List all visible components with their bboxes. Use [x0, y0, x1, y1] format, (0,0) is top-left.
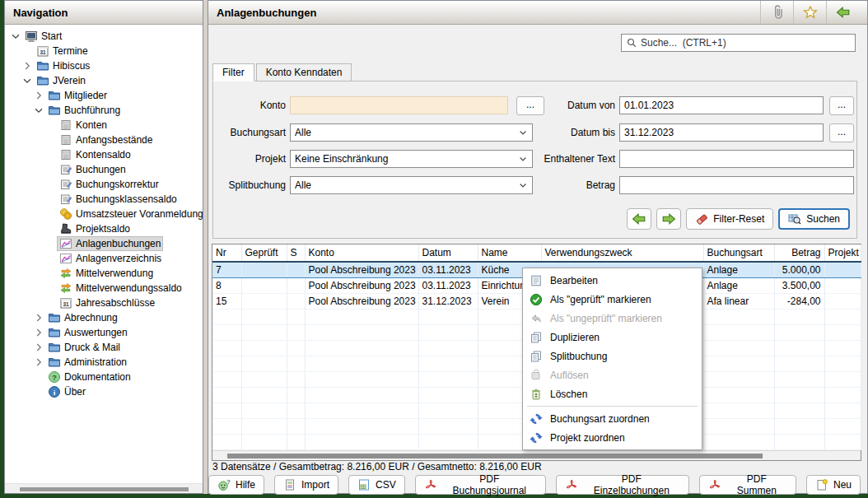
- arrow-right-icon: [661, 212, 676, 226]
- nav-item-label: Mitglieder: [64, 90, 107, 101]
- column-header-verwendungszweck[interactable]: Verwendungszweck: [541, 244, 703, 262]
- nav-item-label: Termine: [53, 45, 88, 57]
- expand-icon[interactable]: [33, 327, 46, 338]
- column-header-nr[interactable]: Nr: [212, 244, 241, 262]
- nav-item-jahresabschl-sse[interactable]: 31Jahresabschlüsse: [5, 296, 203, 310]
- column-header-datum[interactable]: Datum: [418, 244, 478, 262]
- back-arrow-button[interactable]: [826, 1, 859, 24]
- nav-tree: Start31TermineHibiscusJVereinMitgliederB…: [5, 25, 203, 483]
- expand-icon[interactable]: [33, 90, 46, 101]
- previous-period-button[interactable]: [627, 208, 651, 230]
- buchungsart-select[interactable]: Alle: [290, 123, 533, 142]
- tab-filter[interactable]: Filter: [212, 63, 254, 81]
- paperclip-button[interactable]: [760, 1, 793, 24]
- tab-strip: Filter Konto Kenndaten: [212, 63, 353, 81]
- expand-icon[interactable]: [21, 60, 35, 72]
- pdf-summen-button[interactable]: PDF Summen: [699, 475, 796, 495]
- menu-item-als-ungepr-ft-markieren: Als "ungeprüft" markieren: [523, 309, 702, 328]
- nav-item-anlagenverzeichnis[interactable]: Anlagenverzeichnis: [5, 251, 203, 266]
- column-header-buchungsart[interactable]: Buchungsart: [703, 244, 774, 262]
- menu-item-buchungsart-zuordnen[interactable]: Buchungsart zuordnen: [523, 409, 702, 428]
- csv-button[interactable]: CSV: [348, 475, 405, 495]
- splitbuchung-select[interactable]: Alle: [290, 176, 533, 194]
- nav-horizontal-scrollbar[interactable]: [5, 483, 203, 493]
- datum-von-input[interactable]: [624, 100, 819, 111]
- menu-item-als-gepr-ft-markieren[interactable]: Als "geprüft" markieren: [523, 290, 702, 309]
- monitor-icon: [25, 30, 38, 43]
- nav-item-hibiscus[interactable]: Hibiscus: [5, 58, 203, 73]
- nav-item-dokumentation[interactable]: ?Dokumentation: [5, 370, 203, 384]
- column-header-name[interactable]: Name: [478, 244, 541, 262]
- nav-item-mittelverwendung[interactable]: Mittelverwendung: [5, 266, 203, 281]
- hilfe-button[interactable]: ?Hilfe: [208, 475, 264, 495]
- nav-item-abrechnung[interactable]: Abrechnung: [5, 310, 203, 325]
- datum-von-browse-button[interactable]: ...: [829, 96, 854, 115]
- search-input[interactable]: [641, 37, 851, 49]
- nav-item-buchungskorrektur[interactable]: Buchungskorrektur: [5, 177, 203, 192]
- menu-item-projekt-zuordnen[interactable]: Projekt zuordnen: [523, 428, 702, 447]
- nav-item-kontensaldo[interactable]: Kontensaldo: [5, 147, 203, 162]
- nav-item-label: Anlagenbuchungen: [76, 238, 161, 249]
- next-period-button[interactable]: [656, 208, 681, 230]
- nav-item-termine[interactable]: 31Termine: [5, 44, 203, 58]
- datum-bis-label: Datum bis: [537, 123, 615, 142]
- nav-item-druck-mail[interactable]: Druck & Mail: [5, 340, 203, 355]
- nav-item-jverein[interactable]: JVerein: [5, 73, 203, 88]
- column-header-gepr-ft[interactable]: Geprüft: [241, 244, 287, 262]
- nav-item-mittelverwendungssaldo[interactable]: Mittelverwendungssaldo: [5, 281, 203, 296]
- import-button[interactable]: Import: [274, 475, 338, 495]
- menu-item-splitbuchung[interactable]: Splitbuchung: [523, 347, 702, 365]
- konto-field-wrap: [290, 96, 508, 114]
- collapse-icon[interactable]: [21, 75, 35, 86]
- table-scrollbar-thumb[interactable]: [227, 454, 763, 458]
- datum-bis-input[interactable]: [624, 127, 819, 138]
- menu-item-l-schen[interactable]: Löschen: [523, 384, 702, 403]
- nav-item-mitglieder[interactable]: Mitglieder: [5, 88, 203, 103]
- table-horizontal-scrollbar[interactable]: [212, 450, 861, 460]
- konto-input[interactable]: [295, 100, 503, 111]
- expand-icon[interactable]: [33, 342, 46, 353]
- nav-item-buchungen[interactable]: Buchungen: [5, 162, 203, 177]
- help-icon: ?: [48, 370, 61, 384]
- nav-item-anlagenbuchungen[interactable]: Anlagenbuchungen: [5, 236, 203, 251]
- svg-text:31: 31: [63, 301, 69, 307]
- expand-icon[interactable]: [33, 312, 46, 323]
- nav-item-administration[interactable]: Administration: [5, 355, 203, 370]
- nav-item-anfangsbest-nde[interactable]: Anfangsbestände: [5, 133, 203, 147]
- suchen-button[interactable]: Suchen: [778, 208, 850, 230]
- nav-item-konten[interactable]: Konten: [5, 118, 203, 133]
- betrag-input[interactable]: [624, 179, 849, 191]
- neu-button[interactable]: Neu: [806, 475, 861, 495]
- enthaltener-text-input[interactable]: [624, 153, 849, 165]
- nav-item-buchungsklassensaldo[interactable]: Buchungsklassensaldo: [5, 192, 203, 207]
- nav-item-auswertungen[interactable]: Auswertungen: [5, 325, 203, 340]
- filter-reset-button[interactable]: Filter-Reset: [686, 208, 773, 230]
- nav-scrollbar-thumb[interactable]: [20, 487, 189, 491]
- new-icon: [815, 478, 828, 491]
- menu-item-bearbeiten[interactable]: Bearbeiten: [523, 271, 702, 290]
- column-header-projekt[interactable]: Projekt: [824, 244, 861, 262]
- nav-item-ber[interactable]: iÜber: [5, 384, 203, 399]
- projekt-select[interactable]: Keine Einschränkung: [290, 150, 533, 168]
- menu-item-duplizieren[interactable]: Duplizieren: [523, 328, 702, 347]
- column-header-konto[interactable]: Konto: [305, 244, 418, 262]
- pdf-einzelbuchungen-button[interactable]: PDF Einzelbuchungen: [556, 475, 689, 495]
- collapse-icon[interactable]: [33, 105, 46, 116]
- paperclip-icon: [770, 5, 785, 20]
- column-header-s[interactable]: S: [287, 244, 305, 262]
- column-header-betrag[interactable]: Betrag: [774, 244, 824, 262]
- tab-konto-kenndaten[interactable]: Konto Kenndaten: [256, 63, 352, 81]
- boot-icon: [59, 222, 72, 235]
- datum-bis-browse-button[interactable]: ...: [829, 123, 854, 142]
- nav-item-projektsaldo[interactable]: Projektsaldo: [5, 221, 203, 236]
- folder-icon: [36, 74, 49, 87]
- enthaltener-text-wrap: [619, 150, 854, 168]
- nav-item-buchf-hrung[interactable]: Buchführung: [5, 103, 203, 118]
- pdf-buchungsjournal-button[interactable]: PDF Buchungsjournal: [415, 475, 546, 495]
- expand-icon[interactable]: [33, 356, 46, 368]
- nav-item-label: Auswertungen: [64, 327, 128, 338]
- nav-item-umsatzsteuer-voranmeldung[interactable]: Umsatzsteuer Voranmeldung: [5, 207, 203, 221]
- nav-item-start[interactable]: Start: [5, 29, 203, 44]
- collapse-icon[interactable]: [10, 30, 23, 42]
- star-button[interactable]: [793, 1, 826, 24]
